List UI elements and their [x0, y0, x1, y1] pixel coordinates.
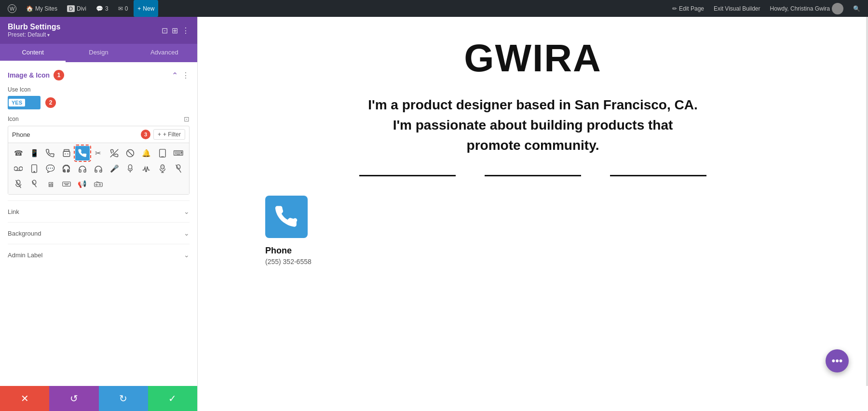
- use-icon-toggle[interactable]: YES: [8, 96, 41, 109]
- maximize-icon[interactable]: ⊡: [162, 26, 168, 35]
- icon-cell-mic-slash2[interactable]: [27, 177, 41, 191]
- fab-dots-icon: •••: [831, 355, 842, 367]
- icon-cell-phone-mute[interactable]: [123, 146, 137, 160]
- icon-cell-mobile[interactable]: 📱: [27, 146, 41, 160]
- section-more-icon[interactable]: ⋮: [182, 71, 190, 80]
- edit-page-btn[interactable]: ✏ Edit Page: [668, 5, 708, 12]
- icon-cell-mic-mute[interactable]: [171, 161, 186, 176]
- home-icon: 🏠: [26, 5, 33, 12]
- icon-cell-keyboard[interactable]: ⌨: [171, 146, 186, 160]
- main-layout: Blurb Settings Preset: Default ▾ ⊡ ⊞ ⋮ C…: [0, 17, 868, 411]
- svg-text:W: W: [10, 6, 15, 12]
- confirm-button[interactable]: ✓: [148, 386, 197, 411]
- icon-cell-headphones-3[interactable]: [91, 161, 106, 176]
- plus-icon: +: [137, 5, 141, 12]
- icon-cell-phone[interactable]: ☎: [11, 146, 26, 160]
- icon-cell-sms[interactable]: 💬: [43, 161, 57, 176]
- sidebar-header: Blurb Settings Preset: Default ▾ ⊡ ⊞ ⋮: [0, 17, 197, 44]
- icon-cell-tablet[interactable]: [27, 161, 41, 176]
- icon-fullscreen-icon[interactable]: ⊡: [184, 115, 190, 123]
- preset-chevron-down-icon: ▾: [47, 32, 50, 38]
- icon-cell-device[interactable]: [155, 146, 170, 160]
- layout-icon[interactable]: ⊞: [172, 26, 178, 35]
- comments-zero-menu[interactable]: ✉ 0: [114, 0, 132, 17]
- icon-cell-mic-2[interactable]: [123, 161, 137, 176]
- svg-rect-18: [161, 165, 164, 169]
- my-sites-menu[interactable]: 🏠 My Sites: [22, 0, 61, 17]
- more-options-icon[interactable]: ⋮: [182, 26, 190, 35]
- toggle-yes-label: YES: [9, 99, 25, 106]
- icon-cell-headphones-1[interactable]: 🎧: [59, 161, 74, 176]
- image-icon-title: Image & Icon: [8, 71, 50, 79]
- icon-cell-fax[interactable]: [59, 146, 74, 160]
- new-menu[interactable]: + New: [134, 0, 158, 17]
- svg-point-34: [96, 184, 97, 186]
- icon-cell-notification[interactable]: 🔔: [139, 146, 153, 160]
- search-icon: 🔍: [853, 5, 860, 12]
- phone-block: Phone (255) 352-6558: [236, 196, 829, 265]
- icon-cell-headphones-2[interactable]: [75, 161, 90, 176]
- icon-cell-monitor[interactable]: 🖥: [43, 177, 57, 191]
- cancel-button[interactable]: ✕: [0, 386, 49, 411]
- floating-action-button[interactable]: •••: [826, 349, 849, 372]
- search-btn[interactable]: 🔍: [849, 5, 864, 12]
- svg-point-11: [14, 167, 18, 171]
- image-icon-badge: 1: [54, 70, 64, 80]
- content-area: GWIRA I'm a product designer based in Sa…: [198, 17, 868, 411]
- tab-content[interactable]: Content: [0, 44, 66, 62]
- icon-search-badge: 3: [141, 130, 150, 139]
- toggle-badge: 2: [45, 97, 56, 108]
- admin-label-text: Admin Label: [8, 252, 42, 259]
- sidebar-tabs: Content Design Advanced: [0, 44, 197, 62]
- icon-cell-radio[interactable]: [91, 177, 106, 191]
- comment-icon: ✉: [118, 5, 123, 12]
- image-icon-section-header: Image & Icon 1 ⌃ ⋮: [8, 70, 190, 80]
- icon-cell-voicemail[interactable]: [11, 161, 26, 176]
- undo-button[interactable]: ↺: [49, 386, 98, 411]
- comments-menu[interactable]: 💬 3: [92, 0, 112, 17]
- icon-cell-mic-slash[interactable]: [11, 177, 26, 191]
- exit-builder-btn[interactable]: Exit Visual Builder: [710, 5, 764, 12]
- divi-icon: D: [67, 5, 75, 12]
- link-section[interactable]: Link ⌄: [8, 200, 190, 222]
- tab-design[interactable]: Design: [66, 44, 131, 62]
- divider-line-2: [485, 175, 581, 176]
- background-label: Background: [8, 230, 41, 237]
- icon-cell-scissors[interactable]: ✂: [91, 146, 106, 160]
- comments-bubble-icon: 💬: [96, 5, 103, 12]
- wp-logo[interactable]: W: [4, 0, 20, 17]
- icon-cell-sound-wave[interactable]: [139, 161, 153, 176]
- sidebar-header-icons: ⊡ ⊞ ⋮: [162, 26, 190, 35]
- phone-label: Phone: [265, 246, 292, 256]
- admin-bar: W 🏠 My Sites D Divi 💬 3 ✉ 0 + New ✏ Edit…: [0, 0, 868, 17]
- redo-button[interactable]: ↻: [99, 386, 148, 411]
- icon-cell-phone-down[interactable]: [107, 146, 122, 160]
- icon-cell-phone-square[interactable]: [75, 146, 90, 160]
- icon-cell-mic-3[interactable]: [155, 161, 170, 176]
- sidebar-title-area: Blurb Settings Preset: Default ▾: [8, 23, 60, 38]
- phone-icon-box: [265, 196, 308, 238]
- use-icon-toggle-row: YES 2: [8, 96, 190, 109]
- svg-rect-16: [129, 165, 132, 169]
- sidebar-preset[interactable]: Preset: Default ▾: [8, 31, 60, 38]
- divi-menu[interactable]: D Divi: [63, 0, 90, 17]
- svg-rect-3: [63, 151, 70, 157]
- icon-filter-button[interactable]: + + Filter: [153, 129, 185, 140]
- admin-label-section[interactable]: Admin Label ⌄: [8, 244, 190, 265]
- background-section[interactable]: Background ⌄: [8, 222, 190, 244]
- icon-cell-mic-1[interactable]: 🎤: [107, 161, 122, 176]
- user-greeting[interactable]: Howdy, Christina Gwira: [766, 3, 847, 14]
- icon-cell-megaphone[interactable]: 📢: [75, 177, 90, 191]
- page-bio: I'm a product designer based in San Fran…: [364, 95, 702, 156]
- icon-search-input[interactable]: [12, 131, 138, 138]
- icon-picker-header: 3 + + Filter: [8, 126, 189, 143]
- icon-cell-handset[interactable]: [43, 146, 57, 160]
- icon-cell-keyboard2[interactable]: [59, 177, 74, 191]
- section-collapse-icon[interactable]: ⌃: [172, 71, 178, 80]
- tab-advanced[interactable]: Advanced: [132, 44, 197, 62]
- pencil-icon: ✏: [672, 5, 677, 12]
- dividers-row: [236, 175, 829, 176]
- svg-point-12: [19, 167, 23, 171]
- filter-plus-icon: +: [158, 131, 161, 138]
- sidebar-title: Blurb Settings: [8, 23, 60, 31]
